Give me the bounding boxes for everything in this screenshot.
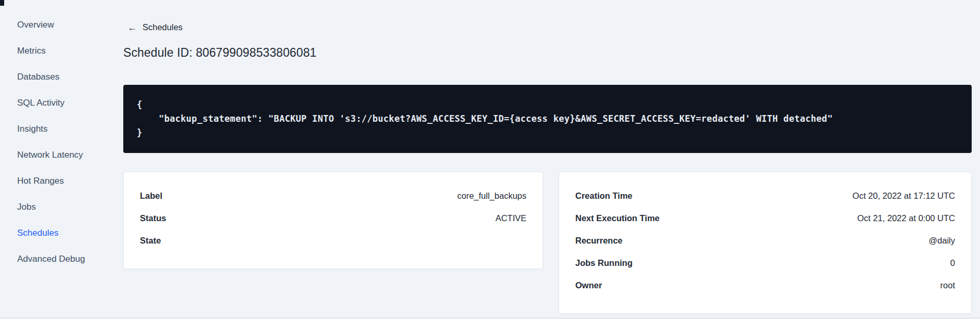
schedule-summary-card: Label core_full_backups Status ACTIVE St…	[123, 172, 543, 269]
status-value: ACTIVE	[495, 213, 526, 223]
sidebar-item-network-latency[interactable]: Network Latency	[0, 142, 114, 168]
detail-row-creation-time: Creation Time Oct 20, 2022 at 17:12 UTC	[575, 185, 955, 207]
label-value: core_full_backups	[457, 191, 526, 201]
owner-value: root	[940, 280, 955, 290]
page-title: Schedule ID: 806799098533806081	[123, 46, 316, 60]
state-key: State	[140, 236, 161, 246]
schedule-timing-card: Creation Time Oct 20, 2022 at 17:12 UTC …	[559, 172, 972, 314]
code-line-open-brace: {	[137, 99, 143, 110]
status-key: Status	[140, 213, 166, 223]
detail-row-owner: Owner root	[575, 274, 955, 297]
detail-row-status: Status ACTIVE	[140, 207, 526, 229]
creation-time-value: Oct 20, 2022 at 17:12 UTC	[853, 191, 955, 201]
sidebar-item-sql-activity[interactable]: SQL Activity	[0, 90, 114, 116]
code-line-close-brace: }	[137, 127, 143, 138]
sidebar-item-insights[interactable]: Insights	[0, 116, 114, 142]
owner-key: Owner	[575, 280, 602, 290]
top-left-dark-corner	[0, 0, 4, 6]
sidebar-item-overview[interactable]: Overview	[0, 12, 114, 38]
jobs-running-value: 0	[950, 258, 955, 268]
detail-row-state: State	[140, 229, 526, 252]
jobs-running-key: Jobs Running	[575, 258, 633, 268]
next-execution-time-key: Next Execution Time	[575, 213, 660, 223]
sidebar-item-hot-ranges[interactable]: Hot Ranges	[0, 168, 114, 194]
creation-time-key: Creation Time	[575, 191, 633, 201]
sidebar-item-databases[interactable]: Databases	[0, 64, 114, 90]
recurrence-value: @daily	[929, 236, 955, 246]
sidebar-item-advanced-debug[interactable]: Advanced Debug	[0, 246, 114, 272]
code-line-backup-statement: "backup_statement": "BACKUP INTO 's3://b…	[137, 113, 833, 124]
schedule-definition-code: { "backup_statement": "BACKUP INTO 's3:/…	[123, 85, 972, 153]
sidebar-item-metrics[interactable]: Metrics	[0, 38, 114, 64]
back-link[interactable]: ← Schedules	[127, 22, 183, 32]
detail-row-next-execution-time: Next Execution Time Oct 21, 2022 at 0:00…	[575, 207, 955, 229]
sidebar-item-schedules[interactable]: Schedules	[0, 220, 114, 246]
recurrence-key: Recurrence	[575, 236, 623, 246]
back-link-label: Schedules	[143, 22, 183, 32]
back-arrow-icon: ←	[127, 23, 137, 32]
schedule-detail-page: ← Schedules Schedule ID: 806799098533806…	[123, 0, 972, 319]
detail-row-recurrence: Recurrence @daily	[575, 229, 955, 252]
sidebar-item-jobs[interactable]: Jobs	[0, 194, 114, 220]
sidebar-nav: Overview Metrics Databases SQL Activity …	[0, 12, 114, 272]
next-execution-time-value: Oct 21, 2022 at 0:00 UTC	[857, 213, 955, 223]
detail-row-jobs-running: Jobs Running 0	[575, 252, 955, 274]
detail-row-label: Label core_full_backups	[140, 185, 526, 207]
label-key: Label	[140, 191, 162, 201]
